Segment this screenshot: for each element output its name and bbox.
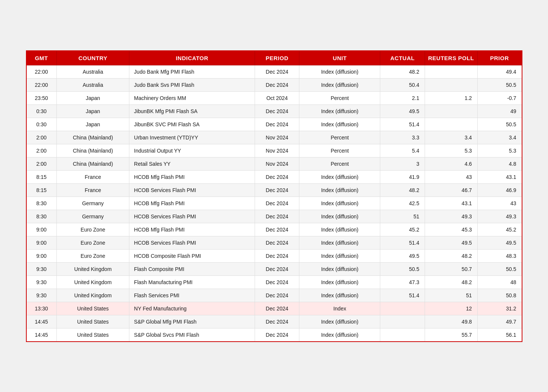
table-row: 9:00Euro ZoneHCOB Services Flash PMIDec … — [26, 236, 522, 249]
cell-actual: 42.5 — [380, 197, 425, 210]
cell-prior: 45.2 — [477, 223, 522, 236]
cell-actual: 41.9 — [380, 170, 425, 183]
cell-country: Japan — [56, 104, 129, 118]
cell-period: Dec 2024 — [255, 315, 299, 328]
cell-country: Germany — [56, 197, 129, 210]
cell-country: Japan — [56, 118, 129, 131]
cell-indicator: HCOB Mfg Flash PMI — [129, 197, 255, 210]
cell-indicator: HCOB Composite Flash PMI — [129, 249, 255, 262]
cell-prior: 43 — [477, 197, 522, 210]
cell-actual: 51.4 — [380, 289, 425, 302]
cell-unit: Index (diffusion) — [299, 315, 380, 328]
cell-gmt: 2:00 — [26, 157, 57, 170]
cell-country: Euro Zone — [56, 249, 129, 262]
cell-actual: 47.3 — [380, 275, 425, 289]
cell-unit: Index (diffusion) — [299, 223, 380, 236]
cell-country: China (Mainland) — [56, 157, 129, 170]
cell-indicator: HCOB Services Flash PMI — [129, 183, 255, 197]
cell-period: Dec 2024 — [255, 328, 299, 342]
cell-gmt: 0:30 — [26, 118, 57, 131]
header-period: PERIOD — [255, 51, 299, 65]
table-row: 8:30GermanyHCOB Services Flash PMIDec 20… — [26, 210, 522, 223]
cell-reuters-poll: 49.5 — [425, 236, 477, 249]
cell-prior: 50.5 — [477, 118, 522, 131]
header-prior: PRIOR — [477, 51, 522, 65]
cell-indicator: Retail Sales YY — [129, 157, 255, 170]
cell-unit: Index (diffusion) — [299, 210, 380, 223]
cell-period: Dec 2024 — [255, 183, 299, 197]
cell-reuters-poll: 49.3 — [425, 210, 477, 223]
cell-unit: Percent — [299, 91, 380, 104]
cell-prior: -0.7 — [477, 91, 522, 104]
cell-period: Nov 2024 — [255, 157, 299, 170]
cell-gmt: 22:00 — [26, 78, 57, 91]
cell-indicator: Judo Bank Mfg PMI Flash — [129, 65, 255, 78]
table-header-row: GMT COUNTRY INDICATOR PERIOD UNIT ACTUAL… — [26, 51, 522, 65]
cell-country: Australia — [56, 78, 129, 91]
cell-prior: 49 — [477, 104, 522, 118]
cell-period: Dec 2024 — [255, 302, 299, 315]
cell-unit: Index (diffusion) — [299, 170, 380, 183]
header-country: COUNTRY — [56, 51, 129, 65]
table-row: 9:30United KingdomFlash Manufacturing PM… — [26, 275, 522, 289]
cell-reuters-poll — [425, 78, 477, 91]
cell-prior: 49.7 — [477, 315, 522, 328]
cell-prior: 5.3 — [477, 144, 522, 157]
cell-country: United States — [56, 302, 129, 315]
cell-prior: 49.4 — [477, 65, 522, 78]
table-row: 14:45United StatesS&P Global Svcs PMI Fl… — [26, 328, 522, 342]
cell-gmt: 9:30 — [26, 262, 57, 275]
cell-country: United States — [56, 328, 129, 342]
cell-period: Dec 2024 — [255, 223, 299, 236]
cell-period: Dec 2024 — [255, 262, 299, 275]
cell-indicator: HCOB Services Flash PMI — [129, 210, 255, 223]
table-row: 8:15FranceHCOB Mfg Flash PMIDec 2024Inde… — [26, 170, 522, 183]
table-row: 9:00Euro ZoneHCOB Mfg Flash PMIDec 2024I… — [26, 223, 522, 236]
cell-period: Dec 2024 — [255, 249, 299, 262]
table-row: 8:30GermanyHCOB Mfg Flash PMIDec 2024Ind… — [26, 197, 522, 210]
cell-indicator: HCOB Mfg Flash PMI — [129, 223, 255, 236]
cell-unit: Index (diffusion) — [299, 262, 380, 275]
table-row: 2:00China (Mainland)Industrial Output YY… — [26, 144, 522, 157]
cell-reuters-poll: 3.4 — [425, 131, 477, 144]
cell-period: Dec 2024 — [255, 170, 299, 183]
cell-reuters-poll: 48.2 — [425, 275, 477, 289]
cell-reuters-poll: 45.3 — [425, 223, 477, 236]
cell-indicator: Machinery Orders MM — [129, 91, 255, 104]
cell-reuters-poll — [425, 104, 477, 118]
cell-period: Dec 2024 — [255, 275, 299, 289]
cell-gmt: 9:00 — [26, 236, 57, 249]
cell-unit: Index (diffusion) — [299, 236, 380, 249]
cell-country: Japan — [56, 91, 129, 104]
cell-gmt: 2:00 — [26, 144, 57, 157]
cell-actual: 51.4 — [380, 118, 425, 131]
cell-unit: Index (diffusion) — [299, 65, 380, 78]
cell-prior: 3.4 — [477, 131, 522, 144]
cell-period: Dec 2024 — [255, 236, 299, 249]
cell-reuters-poll: 4.6 — [425, 157, 477, 170]
cell-reuters-poll — [425, 118, 477, 131]
cell-period: Dec 2024 — [255, 104, 299, 118]
cell-period: Dec 2024 — [255, 65, 299, 78]
table-row: 22:00AustraliaJudo Bank Svs PMI FlashDec… — [26, 78, 522, 91]
cell-country: China (Mainland) — [56, 144, 129, 157]
cell-prior: 48 — [477, 275, 522, 289]
cell-gmt: 8:15 — [26, 183, 57, 197]
cell-unit: Index — [299, 302, 380, 315]
cell-gmt: 9:30 — [26, 289, 57, 302]
cell-country: France — [56, 170, 129, 183]
cell-reuters-poll: 55.7 — [425, 328, 477, 342]
cell-period: Dec 2024 — [255, 78, 299, 91]
cell-reuters-poll: 48.2 — [425, 249, 477, 262]
cell-reuters-poll: 51 — [425, 289, 477, 302]
cell-indicator: HCOB Mfg Flash PMI — [129, 170, 255, 183]
cell-country: United Kingdom — [56, 275, 129, 289]
cell-prior: 43.1 — [477, 170, 522, 183]
cell-actual — [380, 302, 425, 315]
cell-reuters-poll: 43.1 — [425, 197, 477, 210]
cell-indicator: Industrial Output YY — [129, 144, 255, 157]
cell-unit: Index (diffusion) — [299, 183, 380, 197]
cell-prior: 4.8 — [477, 157, 522, 170]
cell-actual: 48.2 — [380, 65, 425, 78]
cell-indicator: JibunBK Mfg PMI Flash SA — [129, 104, 255, 118]
